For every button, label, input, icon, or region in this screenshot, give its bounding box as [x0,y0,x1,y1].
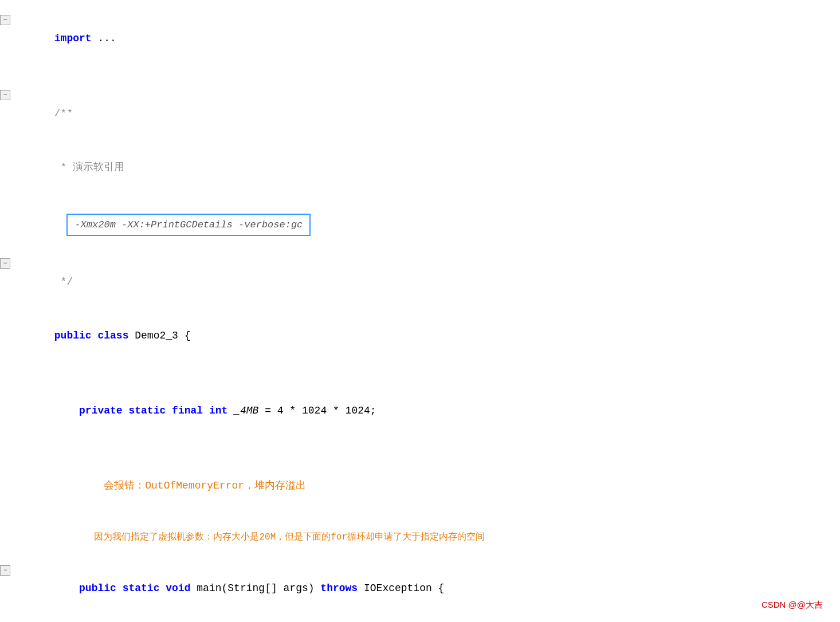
csdn-watermark: CSDN @@大吉 [762,600,823,611]
code-comment-oom: 会报错：OutOfMemoryError，堆内存溢出 [13,460,840,512]
fold-main[interactable]: − [0,565,10,576]
code-javadoc-start: /** [13,88,840,139]
code-list-decl: List<byte[]> list = new ArrayList<>(); [13,617,840,622]
code-import: import ... [13,13,840,64]
code-comment-cn: * 演示软引用 [13,142,840,194]
code-field-decl: private static final int _4MB = 4 * 1024… [13,385,840,436]
code-main-decl: public static void main(String[] args) t… [13,563,840,615]
jvm-args-highlight: -Xmx20m -XX:+PrintGCDetails -verbose:gc [66,214,311,236]
line-javadoc-start: − /** [0,86,840,140]
line-comment-cn: * 演示软引用 [0,141,840,195]
code-editor: − import ... − /** * 演示软引用 -Xmx20m -XX:+… [0,0,840,622]
line-main-decl: − public static void main(String[] args)… [0,562,840,616]
line-javadoc-end: − */ [0,255,840,309]
line-jvm-args: -Xmx20m -XX:+PrintGCDetails -verbose:gc [0,195,840,255]
line-import: − import ... [0,11,840,65]
line-blank-1 [0,65,840,86]
code-jvm-args: -Xmx20m -XX:+PrintGCDetails -verbose:gc [13,196,840,254]
fold-javadoc-end[interactable]: − [0,258,10,269]
line-field-decl: private static final int _4MB = 4 * 1024… [0,384,840,438]
fold-import[interactable]: − [0,15,10,25]
line-blank-3 [0,438,840,459]
fold-javadoc[interactable]: − [0,90,10,100]
line-blank-2 [0,363,840,384]
line-comment-reason: 因为我们指定了虚拟机参数：内存大小是20M，但是下面的for循环却申请了大于指定… [0,513,840,562]
line-list-decl: List<byte[]> list = new ArrayList<>(); [0,616,840,622]
line-class-decl: public class Demo2_3 { [0,309,840,363]
code-class-decl: public class Demo2_3 { [13,310,840,361]
code-comment-reason: 因为我们指定了虚拟机参数：内存大小是20M，但是下面的for循环却申请了大于指定… [13,514,840,561]
code-javadoc-end: */ [13,256,840,308]
line-comment-oom: 会报错：OutOfMemoryError，堆内存溢出 [0,459,840,513]
